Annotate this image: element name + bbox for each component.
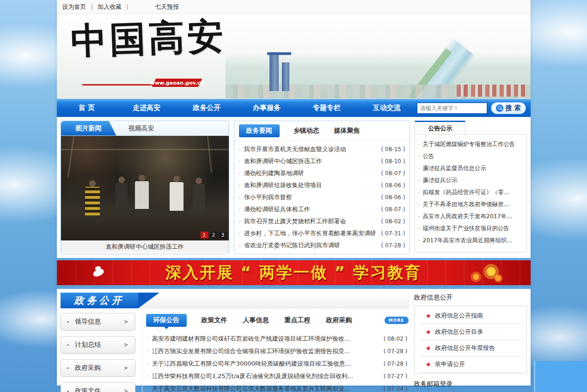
photo-person bbox=[135, 181, 149, 209]
announcement-item[interactable]: · 拟核发《药品经营许可证》（零... bbox=[418, 186, 523, 198]
announcement-item[interactable]: · 瑞州街道关于产业扶贫项目的公告 bbox=[418, 222, 523, 234]
floating-widget[interactable] bbox=[534, 361, 587, 392]
announcements-tab[interactable]: 公告公示 bbox=[415, 121, 465, 135]
info-open-column: 政府信息公开 ★ 政府信息公开指南 ★ 政府信息公开目录 ★ 政 bbox=[414, 293, 527, 382]
news-item[interactable]: · 高安市建明建材有限公司煤矸石页岩砖生产线建设项目竣工环境保护验收... ( … bbox=[147, 332, 408, 345]
news-item[interactable]: · 江西古驰实业发展有限公司综合仓储项目竣工环境保护验收监测报告拟受... ( … bbox=[147, 345, 408, 357]
news-date: ( 08-06 ) bbox=[381, 182, 405, 189]
bullet-icon: · bbox=[418, 213, 420, 220]
news-title: 关于高安云筑大数据科技有限公司云筑大数据服务基地及新兴互联网创业... bbox=[152, 385, 380, 392]
news-date: ( 08-07 ) bbox=[381, 170, 405, 177]
news-item[interactable]: · 江西华荣科技有限公司1.25万t/a废石油催化剂及废脱硝催化剂综合回收利..… bbox=[147, 370, 408, 382]
nav-item[interactable]: 专题专栏 bbox=[297, 104, 357, 112]
search-input[interactable] bbox=[417, 103, 487, 114]
news-item[interactable]: · 关于江西昌顺化工有限公司年产30000吨轻质碳酸钙建设项目竣工验收意... … bbox=[147, 357, 408, 370]
gov-news-tab[interactable]: 乡镇动态 bbox=[293, 124, 320, 137]
nav-item[interactable]: 政务公开 bbox=[177, 104, 237, 112]
news-item[interactable]: · 我市召开禁止露天焚烧秸秆工作部署会 ( 08-02 ) bbox=[239, 215, 405, 227]
announcement-item[interactable]: · 关于城区燃煤锅炉专项整治工作公告 bbox=[418, 138, 523, 150]
photo-page-button[interactable]: 1 bbox=[201, 232, 208, 239]
photo-person bbox=[170, 182, 183, 211]
gov-news-list: · 我市开展市直机关无偿献血暨义诊活动 ( 08-15 ) · 袁和庚调研中心城… bbox=[234, 141, 410, 254]
set-home-link[interactable]: 设为首页 bbox=[62, 3, 86, 11]
announcement-title: 廉洁征兵监督员信息公示 bbox=[422, 165, 486, 172]
search-button[interactable]: 搜 索 bbox=[491, 102, 526, 114]
campaign-slogan: 深入开展 “ 两学一做 ” 学习教育 bbox=[165, 262, 422, 283]
nav-item[interactable]: 走进高安 bbox=[116, 104, 177, 112]
announcement-title: 公告 bbox=[422, 153, 434, 160]
photo-scaffold bbox=[207, 136, 212, 173]
photo-person bbox=[116, 183, 128, 214]
topbar-separator: | bbox=[126, 3, 128, 10]
announcement-item[interactable]: · 2017年高安市农业局近期将组织... bbox=[418, 234, 523, 246]
announcement-title: 关于城区燃煤锅炉专项整治工作公告 bbox=[422, 141, 515, 148]
info-open-item[interactable]: ★ 政府信息公开指南 bbox=[420, 308, 521, 324]
gov-open-tab[interactable]: 人事信息 bbox=[242, 314, 270, 327]
star-icon: ★ bbox=[426, 361, 432, 368]
news-item[interactable]: · 省农业厅党委书记陈日武到我市调研 ( 07-28 ) bbox=[239, 239, 405, 251]
campaign-banner[interactable]: 深入开展 “ 两学一做 ” 学习教育 bbox=[57, 260, 531, 285]
weather-forecast-link[interactable]: 七天预报 bbox=[155, 3, 179, 11]
announcement-title: 2017年高安市农业局近期将组织... bbox=[422, 237, 512, 245]
news-title: 江西华荣科技有限公司1.25万t/a废石油催化剂及废脱硝催化剂综合回收利... bbox=[152, 372, 380, 380]
site-url-ribbon: www.gaoan.gov.cn bbox=[152, 79, 202, 87]
cityscape-photo bbox=[226, 52, 531, 98]
add-favorite-link[interactable]: 加入收藏 bbox=[98, 3, 122, 11]
gov-open-tab[interactable]: 重点工程 bbox=[284, 314, 312, 327]
news-item[interactable]: · 潘劲松调研征兵体检工作 ( 08-07 ) bbox=[239, 203, 405, 215]
announcement-item[interactable]: · 关于不再承担地方政府举债融资... bbox=[418, 198, 523, 210]
gov-open-title-ribbon: 政务公开 bbox=[61, 293, 138, 308]
photo-news-box: 图片新闻 视频高安 1 2 bbox=[61, 121, 229, 254]
cityscape-tower-roof bbox=[267, 52, 291, 55]
gov-open-tab[interactable]: 环保公告 bbox=[146, 314, 187, 327]
news-item[interactable]: · 关于高安云筑大数据科技有限公司云筑大数据服务基地及新兴互联网创业... ( … bbox=[147, 382, 408, 392]
announcement-item[interactable]: · 高安市人民政府关于发布2017年... bbox=[418, 210, 523, 222]
photo-news-tab[interactable]: 图片新闻 bbox=[61, 121, 116, 135]
announcement-title: 拟核发《药品经营许可证》（零... bbox=[422, 189, 509, 196]
photo-news-tab[interactable]: 视频高安 bbox=[116, 121, 166, 135]
info-open-item[interactable]: ★ 政府信息公开年度报告 bbox=[420, 340, 521, 356]
info-open-item[interactable]: ★ 政府信息公开目录 bbox=[420, 324, 521, 340]
info-open-item[interactable]: ★ 依申请公开 bbox=[420, 356, 521, 373]
news-item[interactable]: · 潘劲松到建陶基地调研 ( 08-07 ) bbox=[239, 167, 405, 179]
gov-news-tab[interactable]: 媒体聚焦 bbox=[333, 124, 361, 137]
news-title: 潘劲松调研征兵体检工作 bbox=[244, 205, 378, 214]
photo-person bbox=[193, 184, 205, 212]
news-item[interactable]: · 进乡村，下工地，张小平市长冒着酷暑来高安调研 ( 07-31 ) bbox=[239, 227, 405, 239]
news-item[interactable]: · 我市开展市直机关无偿献血暨义诊活动 ( 08-15 ) bbox=[239, 143, 405, 155]
site-header-banner: 中国高安 www.gaoan.gov.cn bbox=[57, 14, 531, 98]
announcement-item[interactable]: · 廉洁征兵公示 bbox=[418, 174, 523, 186]
announcement-item[interactable]: · 廉洁征兵监督员信息公示 bbox=[418, 162, 523, 174]
news-photo[interactable]: 1 2 3 bbox=[61, 136, 229, 240]
topbar: 设为首页 | 加入收藏 | 七天预报 bbox=[57, 0, 531, 14]
bullet-icon: · bbox=[418, 165, 420, 172]
nav-item[interactable]: 互动交流 bbox=[357, 104, 417, 112]
gov-open-news-list: · 高安市建明建材有限公司煤矸石页岩砖生产线建设项目竣工环境保护验收... ( … bbox=[145, 331, 410, 392]
bullet-icon: · bbox=[239, 146, 241, 153]
gov-side-button[interactable]: • 政策文件 ＞ bbox=[61, 382, 135, 392]
news-item[interactable]: · 张小平到我市督察 ( 08-06 ) bbox=[239, 191, 405, 203]
announcement-item[interactable]: · 公告 bbox=[418, 150, 523, 162]
photo-caption[interactable]: 袁和庚调研中心城区拆违工作 bbox=[61, 240, 229, 252]
nav-item[interactable]: 办事服务 bbox=[237, 104, 297, 112]
gov-open-section: 政务公开 • 领导信息 ＞ • 计划总结 bbox=[57, 289, 531, 386]
gov-side-button-label: 政府采购 bbox=[75, 364, 101, 372]
news-date: ( 07-28 ) bbox=[384, 361, 408, 367]
gov-side-button[interactable]: • 政府采购 ＞ bbox=[61, 359, 135, 377]
more-button[interactable]: MORE bbox=[385, 317, 409, 324]
news-item[interactable]: · 袁和庚调研垃圾收集处理项目 ( 08-06 ) bbox=[239, 179, 405, 191]
photo-page-button[interactable]: 3 bbox=[219, 232, 227, 239]
gov-open-tab[interactable]: 政策文件 bbox=[201, 314, 228, 327]
gov-news-tab[interactable]: 政务要闻 bbox=[239, 124, 280, 137]
gov-side-button[interactable]: • 领导信息 ＞ bbox=[61, 313, 135, 331]
gov-side-button[interactable]: • 计划总结 ＞ bbox=[61, 336, 135, 354]
nav-item[interactable]: 首 页 bbox=[57, 104, 117, 112]
bullet-icon: · bbox=[418, 189, 420, 196]
news-date: ( 08-07 ) bbox=[381, 206, 405, 213]
news-item[interactable]: · 袁和庚调研中心城区拆违工作 ( 08-10 ) bbox=[239, 155, 405, 167]
bullet-icon: · bbox=[239, 230, 241, 237]
gov-open-tab[interactable]: 政府采购 bbox=[325, 314, 353, 327]
bullet-icon: · bbox=[147, 385, 149, 392]
photo-page-button[interactable]: 2 bbox=[210, 232, 218, 239]
bullet-icon: · bbox=[418, 141, 420, 148]
